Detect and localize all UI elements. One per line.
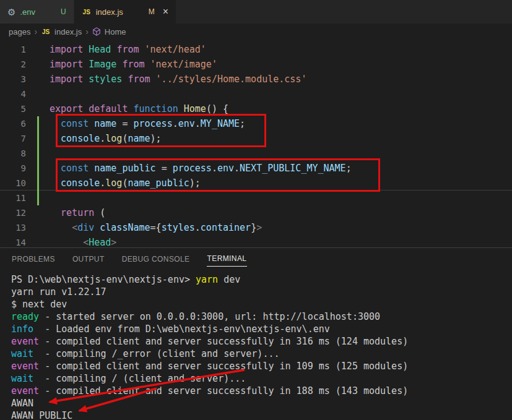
tab-indexjs[interactable]: JS index.js M ×: [74, 0, 176, 24]
panel-tab-problems[interactable]: PROBLEMS: [11, 252, 56, 267]
code-text: const name = process.env.MY_NAME;: [26, 116, 512, 131]
code-text: export default function Home() {: [26, 101, 512, 116]
code-line[interactable]: 10 console.log(name_public);: [0, 176, 512, 191]
js-file-icon: JS: [82, 9, 92, 15]
code-line[interactable]: 7 console.log(name);: [0, 131, 512, 146]
code-text: [26, 191, 512, 205]
terminal-line: event - compiled client and server succe…: [11, 360, 512, 372]
terminal-line: yarn run v1.22.17: [11, 286, 512, 298]
line-number: 3: [0, 72, 26, 87]
code-line[interactable]: 5export default function Home() {: [0, 101, 512, 116]
line-number: 11: [0, 191, 26, 205]
code-text: const name_public = process.env.NEXT_PUB…: [26, 161, 512, 176]
tab-indexjs-label: index.js: [96, 7, 123, 17]
code-text: console.log(name);: [26, 131, 512, 146]
js-file-icon: JS: [41, 28, 51, 35]
code-line[interactable]: 4: [0, 87, 512, 101]
tab-bar: ⚙ .env U JS index.js M ×: [0, 0, 512, 24]
code-line[interactable]: 13 <div className={styles.container}>: [0, 220, 512, 235]
breadcrumb-item-symbol[interactable]: Home: [105, 27, 126, 36]
terminal-line: AWAN: [11, 397, 512, 409]
line-number: 12: [0, 205, 26, 220]
code-text: return (: [26, 205, 512, 220]
line-number: 4: [0, 87, 26, 101]
code-editor[interactable]: 1import Head from 'next/head'2import Ima…: [0, 40, 512, 247]
tab-env[interactable]: ⚙ .env U: [0, 0, 74, 24]
code-line[interactable]: 11: [0, 191, 512, 205]
breadcrumb-item-pages[interactable]: pages: [9, 27, 30, 36]
terminal-line: event - compiled client and server succe…: [11, 335, 512, 348]
code-line[interactable]: 2import Image from 'next/image': [0, 57, 512, 72]
breadcrumb-item-file[interactable]: index.js: [54, 27, 82, 36]
chevron-right-icon: ›: [34, 27, 37, 36]
code-text: import styles from '../styles/Home.modul…: [26, 72, 512, 87]
line-number: 8: [0, 146, 26, 161]
gear-icon: ⚙: [7, 7, 15, 17]
git-status-badge-untracked: U: [61, 7, 66, 16]
terminal-line: event - compiled client and server succe…: [11, 385, 512, 397]
code-line[interactable]: 12 return (: [0, 205, 512, 220]
code-text: import Head from 'next/head': [26, 42, 512, 57]
terminal-line: $ next dev: [11, 298, 512, 311]
code-text: import Image from 'next/image': [26, 57, 512, 72]
line-number: 2: [0, 57, 26, 72]
close-icon[interactable]: ×: [163, 6, 168, 17]
line-number: 7: [0, 131, 26, 146]
terminal-lines: PS D:\web\nextjs-env\nextjs-env> yarn de…: [11, 273, 512, 420]
code-lines: 1import Head from 'next/head'2import Ima…: [0, 42, 512, 247]
chevron-right-icon: ›: [85, 27, 89, 36]
line-number: 10: [0, 176, 26, 191]
code-text: [26, 87, 512, 101]
code-line[interactable]: 6 const name = process.env.MY_NAME;: [0, 116, 512, 131]
line-number: 13: [0, 220, 26, 235]
code-text: <Head>: [26, 235, 512, 247]
code-line[interactable]: 3import styles from '../styles/Home.modu…: [0, 72, 512, 87]
terminal-line: wait - compiling /_error (client and ser…: [11, 348, 512, 360]
terminal-line: ready - started server on 0.0.0.0:3000, …: [11, 311, 512, 323]
code-line[interactable]: 1import Head from 'next/head': [0, 42, 512, 57]
tab-env-label: .env: [20, 7, 35, 17]
code-text: <div className={styles.container}>: [26, 220, 512, 235]
code-line[interactable]: 14 <Head>: [0, 235, 512, 247]
line-number: 14: [0, 235, 26, 247]
code-line[interactable]: 9 const name_public = process.env.NEXT_P…: [0, 161, 512, 176]
line-number: 6: [0, 116, 26, 131]
code-text: console.log(name_public);: [26, 176, 512, 191]
terminal-line: AWAN PUBLIC: [11, 409, 512, 420]
terminal-line: wait - compiling / (client and server)..…: [11, 372, 512, 385]
terminal-line: PS D:\web\nextjs-env\nextjs-env> yarn de…: [11, 273, 512, 286]
code-text: [26, 146, 512, 161]
git-status-badge-modified: M: [149, 7, 155, 16]
line-number: 1: [0, 42, 26, 57]
terminal-line: info - Loaded env from D:\web\nextjs-env…: [11, 323, 512, 335]
terminal[interactable]: PS D:\web\nextjs-env\nextjs-env> yarn de…: [0, 270, 512, 420]
line-number: 9: [0, 161, 26, 176]
panel-tab-terminal[interactable]: TERMINAL: [207, 252, 248, 267]
line-number: 5: [0, 101, 26, 116]
code-line[interactable]: 8: [0, 146, 512, 161]
breadcrumb: pages › JS index.js › Home: [0, 24, 512, 40]
panel-tab-output[interactable]: OUTPUT: [72, 252, 105, 267]
panel-tab-bar: PROBLEMS OUTPUT DEBUG CONSOLE TERMINAL: [0, 248, 512, 270]
panel-tab-debug-console[interactable]: DEBUG CONSOLE: [121, 252, 191, 267]
symbol-icon: [92, 27, 101, 36]
